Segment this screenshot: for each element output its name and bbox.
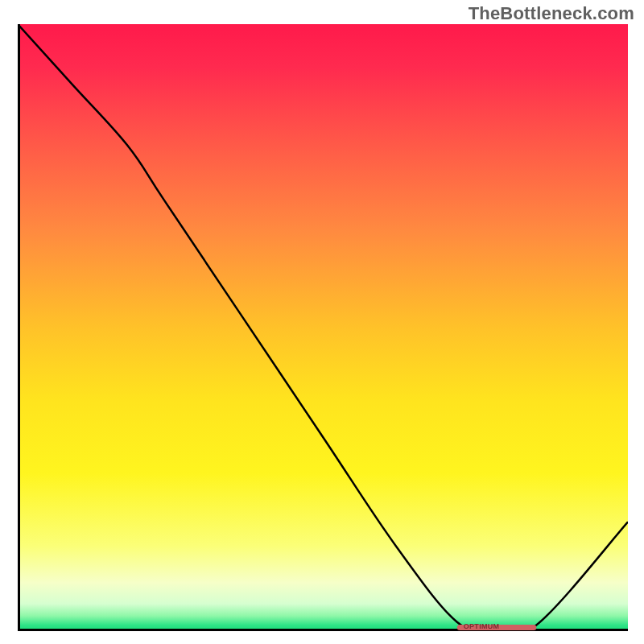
chart-container: TheBottleneck.com OPTIMUM [0, 0, 644, 644]
chart-plot: OPTIMUM [18, 24, 628, 631]
optimum-label: OPTIMUM [464, 622, 500, 630]
chart-background [18, 24, 628, 631]
chart-svg: OPTIMUM [18, 24, 628, 631]
attribution-text: TheBottleneck.com [469, 3, 634, 24]
